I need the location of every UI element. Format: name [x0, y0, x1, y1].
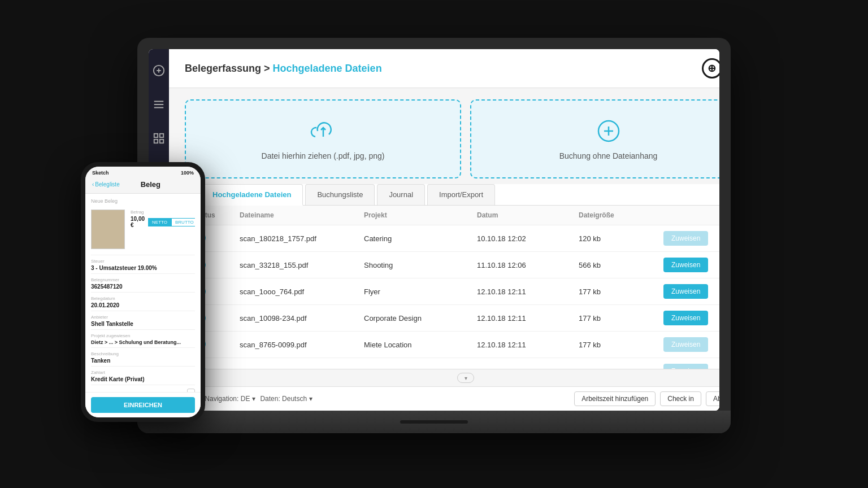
row-action: Zuweisen — [663, 364, 719, 369]
mobile-status-app: Sketch — [92, 170, 109, 176]
svg-rect-8 — [154, 140, 158, 143]
row-groesse: 566 kb — [579, 261, 663, 269]
nav-label: Navigation: DE — [205, 395, 250, 403]
amount-label: Betrag — [131, 210, 195, 215]
belegdatum-value: 20.01.2020 — [91, 302, 195, 308]
row-projekt: Flyer — [364, 287, 477, 296]
row-datum: 11.10.18 12:06 — [477, 261, 579, 269]
steuer-label: Steuer — [91, 259, 195, 264]
checkin-button[interactable]: Check in — [660, 391, 701, 406]
brutto-button[interactable]: BRUTTO — [171, 218, 195, 226]
beschreibung-value: Tanken — [91, 358, 195, 364]
row-datum: 12.10.18 12:11 — [477, 314, 579, 323]
col-projekt: Projekt — [364, 211, 477, 219]
back-chevron: ‹ — [92, 181, 94, 188]
table-row: ✓scan_1ooo_764.pdfFlyer12.10.18 12:11177… — [185, 278, 719, 305]
row-action: Zuweisen — [663, 231, 719, 246]
row-action: Zuweisen — [663, 284, 719, 299]
laptop-shell: Belegerfassung > Hochgeladene Dateien ⊕ … — [137, 38, 731, 433]
col-datum: Datum — [477, 211, 579, 219]
add-booking-label: Buchung ohne Dateianhang — [559, 151, 658, 160]
projekt-value: Dietz > ... > Schulung und Beratung... — [91, 339, 195, 345]
zuweisen-button: Zuweisen — [663, 337, 708, 352]
col-action — [663, 211, 719, 219]
netto-brutto-toggle: NETTO BRUTTO — [148, 218, 195, 226]
mobile-status-battery: 100% — [181, 170, 194, 176]
zuweisen-button: Zuweisen — [663, 364, 708, 369]
logo-icon: ⊕ — [702, 58, 719, 79]
svg-rect-9 — [160, 140, 163, 143]
data-select[interactable]: Daten: Deutsch ▾ — [260, 395, 313, 403]
nav-select[interactable]: Navigation: DE ▾ — [205, 395, 255, 403]
belegdatum-label: Belegdatum — [91, 296, 195, 301]
grid-icon[interactable] — [149, 128, 169, 149]
row-filename: scan_10098-234.pdf — [240, 314, 364, 323]
main-content: Belegerfassung > Hochgeladene Dateien ⊕ … — [169, 49, 719, 411]
svg-rect-6 — [154, 134, 158, 137]
zuweisen-button[interactable]: Zuweisen — [663, 258, 708, 272]
belegnummer-label: Belegnummer — [91, 277, 195, 282]
tab-hochgeladene-dateien[interactable]: Hochgeladene Dateien — [201, 184, 303, 206]
mobile-header: ‹ Belegliste Beleg — [85, 178, 201, 194]
breadcrumb: Belegerfassung > Hochgeladene Dateien — [185, 63, 382, 75]
row-groesse: 120 kb — [579, 234, 663, 243]
row-datum: 10.10.18 12:02 — [477, 234, 579, 243]
tab-buchungsliste[interactable]: Buchungsliste — [305, 184, 375, 205]
breadcrumb-parent: Belegerfassung — [185, 63, 261, 74]
abmelden-button[interactable]: Abmelden — [706, 391, 719, 406]
drag-upload-card[interactable]: Datei hierhin ziehen (.pdf, jpg, png) — [185, 99, 461, 178]
row-datum: 12.10.18 12:11 — [477, 341, 579, 349]
row-groesse: 177 kb — [579, 287, 663, 296]
new-beleg-label: Neue Beleg — [91, 198, 195, 204]
menu-icon[interactable] — [149, 94, 169, 115]
belegnummer-value: 3625487120 — [91, 284, 195, 290]
tab-import-export[interactable]: Import/Export — [427, 184, 495, 205]
svg-rect-7 — [160, 134, 163, 137]
upload-cloud-icon — [310, 117, 337, 145]
table-row: ✓scan_10098-234.pdfCorporate Design12.10… — [185, 305, 719, 332]
row-action: Zuweisen — [663, 337, 719, 352]
table-row: rechnung_100984.pdfProduktion12.10.18 12… — [185, 358, 719, 369]
weiterberechnung-row: Weiterberechnung — [91, 387, 195, 392]
row-filename: scan_8765-0099.pdf — [240, 341, 364, 349]
row-filename: scan_1ooo_764.pdf — [240, 287, 364, 296]
breadcrumb-separator: > — [264, 63, 273, 74]
laptop-screen: Belegerfassung > Hochgeladene Dateien ⊕ … — [149, 49, 719, 411]
breadcrumb-current: Hochgeladene Dateien — [273, 63, 382, 74]
upload-section: Datei hierhin ziehen (.pdf, jpg, png) Bu… — [169, 88, 719, 184]
laptop-notch — [400, 420, 468, 424]
top-header: Belegerfassung > Hochgeladene Dateien ⊕ … — [169, 49, 719, 88]
bottom-bar: EUR ▾ Navigation: DE ▾ Daten: Deutsch ▾ — [169, 386, 719, 411]
arbeitszeit-button[interactable]: Arbeitszeit hinzufügen — [574, 391, 656, 406]
receipt-image — [91, 210, 125, 249]
drag-upload-label: Datei hierhin ziehen (.pdf, jpg, png) — [262, 151, 385, 160]
anbieter-label: Anbieter — [91, 315, 195, 320]
plus-circle-icon[interactable] — [149, 60, 169, 81]
col-dateiname: Dateiname — [240, 211, 364, 219]
netto-button[interactable]: NETTO — [148, 218, 171, 226]
col-dateigroesse: Dateigröße — [579, 211, 663, 219]
zuweisen-button: Zuweisen — [663, 231, 708, 246]
zahlart-label: Zahlart — [91, 370, 195, 375]
anbieter-value: Shell Tankstelle — [91, 321, 195, 327]
data-chevron: ▾ — [309, 395, 313, 403]
submit-button[interactable]: EINREICHEN — [91, 397, 195, 413]
zuweisen-button[interactable]: Zuweisen — [663, 284, 708, 299]
mobile-page-title: Beleg — [107, 180, 194, 189]
zahlart-value: Kredit Karte (Privat) — [91, 376, 195, 382]
scroll-indicator[interactable]: ▾ — [457, 373, 474, 383]
add-booking-card[interactable]: Buchung ohne Dateianhang — [470, 99, 719, 178]
tab-journal[interactable]: Journal — [377, 184, 425, 205]
table-row: ✓scan_33218_155.pdfShooting11.10.18 12:0… — [185, 252, 719, 278]
table-row: scan_8765-0099.pdfMiete Location12.10.18… — [185, 332, 719, 358]
steuer-value: 3 - Umsatzsteuer 19.00% — [91, 265, 195, 271]
table-header: Status Dateiname Projekt Datum Dateigröß… — [185, 206, 719, 225]
mobile-status-bar: Sketch 100% — [85, 167, 201, 178]
zuweisen-button[interactable]: Zuweisen — [663, 311, 708, 325]
row-projekt: Shooting — [364, 261, 477, 269]
table-row: scan_180218_1757.pdfCatering10.10.18 12:… — [185, 225, 719, 252]
row-projekt: Corporate Design — [364, 314, 477, 323]
mobile-footer: EINREICHEN — [85, 392, 201, 417]
mobile-screen: Sketch 100% ‹ Belegliste Beleg Neue Bele… — [85, 167, 201, 417]
row-projekt: Miete Location — [364, 341, 477, 349]
